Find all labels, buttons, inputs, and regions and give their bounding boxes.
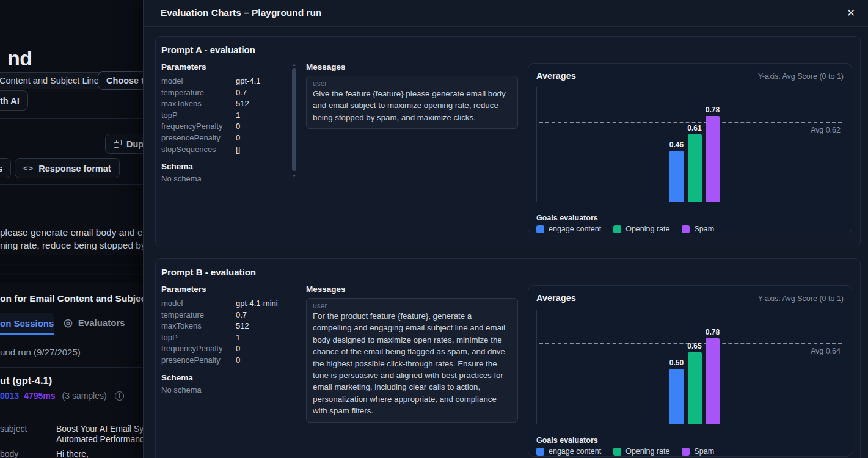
parameter-value: 0 bbox=[236, 121, 240, 133]
legend-item-engage-content: engage content bbox=[536, 225, 601, 233]
message-text: For the product feature {feature}, gener… bbox=[313, 310, 511, 417]
parameter-row: presencePenalty0 bbox=[161, 133, 287, 144]
legend-swatch bbox=[536, 448, 544, 456]
duplicate-icon bbox=[114, 140, 122, 148]
bar-engage-content bbox=[669, 151, 684, 202]
messages-panel: Messages user Give the feature {feature}… bbox=[306, 62, 518, 129]
scrollbar-thumb[interactable] bbox=[292, 68, 296, 171]
parameter-value: gpt-4.1 bbox=[236, 76, 260, 87]
screen: nd Content and Subject Lines Choose task… bbox=[0, 0, 868, 458]
chart-legend: engage contentOpening rateSpam bbox=[536, 225, 714, 233]
averages-chart-card: Averages Y-axis: Avg Score (0 to 1) Avg … bbox=[528, 63, 852, 234]
legend-title: Goals evaluators bbox=[536, 214, 598, 222]
parameters-heading: Parameters bbox=[161, 62, 287, 71]
parameters-panel: Parameters modelgpt-4.1temperature0.7max… bbox=[161, 62, 287, 183]
truncated-button[interactable]: s bbox=[0, 158, 11, 178]
parameter-row: topP1 bbox=[161, 110, 287, 122]
truncated-button-label: s bbox=[0, 164, 2, 173]
legend-label: engage content bbox=[549, 225, 601, 233]
legend-label: engage content bbox=[549, 447, 601, 456]
bar-value-label: 0.78 bbox=[699, 106, 726, 114]
bar-value-label: 0.50 bbox=[663, 358, 690, 367]
legend-item-spam: Spam bbox=[682, 447, 714, 456]
tab-evaluators-label: Evaluators bbox=[78, 318, 125, 328]
parameter-key: stopSequences bbox=[161, 144, 236, 156]
legend-swatch bbox=[613, 448, 621, 456]
y-axis-note: Y-axis: Avg Score (0 to 1) bbox=[758, 72, 844, 81]
collapsed-row bbox=[0, 275, 143, 283]
response-format-button[interactable]: <> Response format bbox=[15, 158, 120, 178]
bar-value-label: 0.65 bbox=[681, 342, 708, 351]
close-icon[interactable]: ✕ bbox=[842, 4, 860, 22]
latency-value: 4795ms bbox=[24, 391, 55, 401]
response-format-label: Response format bbox=[38, 164, 111, 173]
scroll-up-icon[interactable]: ▲ bbox=[291, 62, 297, 67]
message-role: user bbox=[313, 79, 511, 88]
message-box: user Give the feature {feature} please g… bbox=[306, 76, 518, 129]
parameter-value: 0 bbox=[236, 133, 240, 144]
result-key-body: body bbox=[0, 449, 18, 458]
parameter-key: model bbox=[161, 298, 236, 310]
parameter-key: maxTokens bbox=[161, 98, 236, 110]
chart-legend: engage contentOpening rateSpam bbox=[536, 447, 714, 456]
parameter-value: 0.7 bbox=[236, 310, 247, 321]
message-text: Give the feature {feature} please genera… bbox=[313, 88, 511, 123]
parameter-row: temperature0.7 bbox=[161, 310, 287, 321]
schema-value: No schema bbox=[161, 385, 287, 394]
bar-spam bbox=[706, 116, 720, 202]
output-heading: ut (gpt-4.1) bbox=[0, 375, 52, 387]
schema-heading: Schema bbox=[161, 162, 287, 171]
ai-button-label: th AI bbox=[0, 96, 20, 106]
parameter-value: 512 bbox=[236, 98, 249, 110]
legend-item-engage-content: engage content bbox=[536, 447, 601, 456]
average-label: Avg 0.62 bbox=[811, 126, 841, 134]
parameter-value: 1 bbox=[236, 110, 240, 122]
legend-swatch bbox=[613, 225, 621, 233]
parameter-row: maxTokens512 bbox=[161, 321, 287, 332]
parameter-row: maxTokens512 bbox=[161, 98, 287, 110]
schema-value: No schema bbox=[161, 174, 287, 183]
tabbar-divider bbox=[0, 335, 143, 335]
legend-label: Opening rate bbox=[625, 447, 669, 456]
parameter-key: maxTokens bbox=[161, 321, 236, 332]
bar-spam bbox=[706, 338, 720, 424]
parameter-rows: modelgpt-4.1-minitemperature0.7maxTokens… bbox=[161, 298, 287, 366]
parameter-row: stopSequences[] bbox=[161, 144, 287, 156]
parameter-key: frequencyPenalty bbox=[161, 121, 236, 133]
schema-heading: Schema bbox=[161, 373, 287, 382]
parameter-row: modelgpt-4.1 bbox=[161, 76, 287, 87]
legend-label: Opening rate bbox=[625, 225, 669, 233]
parameter-value: 0 bbox=[236, 355, 240, 366]
chart-title: Averages bbox=[536, 293, 576, 303]
run-label: und run (9/27/2025) bbox=[0, 347, 81, 357]
run-stats: 0013 4795ms (3 samples) i bbox=[0, 391, 124, 401]
parameter-key: temperature bbox=[161, 87, 236, 99]
bar-value-label: 0.46 bbox=[663, 140, 690, 149]
result-key-subject: subject bbox=[0, 424, 27, 434]
parameters-scrollbar[interactable]: ▲ ▼ bbox=[291, 62, 297, 178]
parameter-key: temperature bbox=[161, 310, 236, 321]
parameter-value: 0.7 bbox=[236, 87, 247, 99]
tab-evaluators[interactable]: ◎ Evaluators bbox=[64, 318, 125, 328]
evaluation-charts-modal: Evaluation Charts – Playground run ✕ Pro… bbox=[143, 0, 868, 458]
parameter-row: topP1 bbox=[161, 332, 287, 344]
tab-sessions[interactable]: on Sessions bbox=[0, 313, 54, 335]
prompt-text-line: please generate email body and ema bbox=[0, 227, 156, 238]
dataset-pill[interactable]: Content and Subject Lines bbox=[0, 72, 111, 89]
samples-count: (3 samples) bbox=[62, 391, 107, 401]
messages-heading: Messages bbox=[306, 62, 518, 71]
dataset-pill-label: Content and Subject Lines bbox=[0, 76, 103, 85]
generate-with-ai-button[interactable]: th AI bbox=[0, 90, 28, 111]
legend-item-spam: Spam bbox=[682, 225, 714, 233]
chart-title: Averages bbox=[536, 71, 576, 81]
parameter-row: frequencyPenalty0 bbox=[161, 343, 287, 355]
legend-title: Goals evaluators bbox=[536, 436, 598, 445]
messages-heading: Messages bbox=[306, 285, 518, 294]
page-title-fragment: nd bbox=[7, 46, 32, 70]
parameter-key: presencePenalty bbox=[161, 133, 236, 144]
scroll-down-icon[interactable]: ▼ bbox=[291, 174, 297, 178]
info-icon[interactable]: i bbox=[115, 391, 124, 401]
parameter-rows: modelgpt-4.1temperature0.7maxTokens512to… bbox=[161, 76, 287, 155]
averages-chart-card: Averages Y-axis: Avg Score (0 to 1) Avg … bbox=[528, 285, 852, 457]
parameter-key: frequencyPenalty bbox=[161, 343, 236, 355]
